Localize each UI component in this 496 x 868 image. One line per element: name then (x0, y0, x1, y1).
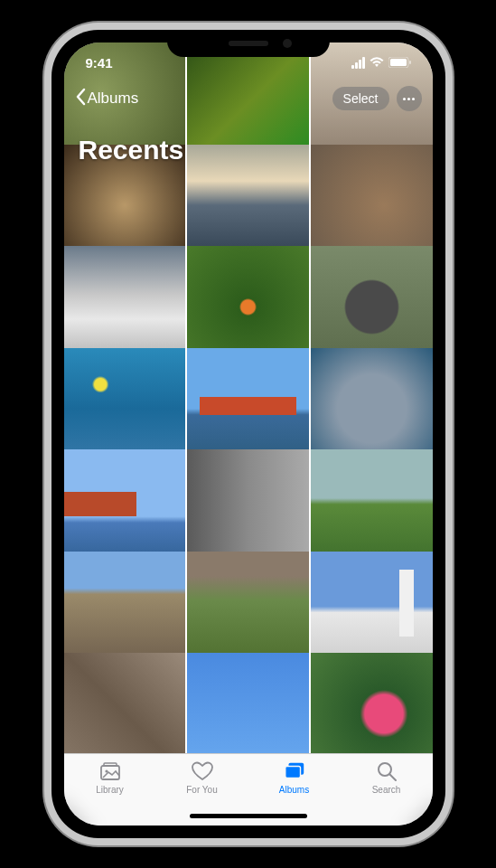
svg-rect-7 (285, 766, 300, 778)
home-indicator[interactable] (190, 814, 307, 818)
chevron-left-icon (75, 88, 86, 110)
foryou-icon (191, 760, 214, 783)
tab-label: Search (372, 785, 401, 795)
status-time: 9:41 (86, 55, 113, 71)
page-title: Recents (79, 135, 184, 165)
select-button[interactable]: Select (332, 87, 389, 110)
photo-thumbnail[interactable] (187, 653, 309, 753)
back-label: Albums (88, 90, 139, 108)
screen: 9:41 Alb (64, 42, 433, 826)
library-icon (98, 760, 122, 783)
svg-rect-2 (409, 61, 411, 64)
more-button[interactable] (397, 86, 422, 111)
svg-rect-4 (104, 763, 117, 766)
tab-label: For You (186, 785, 217, 795)
notch (167, 30, 330, 57)
search-icon (375, 760, 398, 783)
back-button[interactable]: Albums (75, 88, 139, 110)
tab-label: Albums (279, 785, 309, 795)
nav-header: Albums Select (64, 86, 433, 111)
phone-frame: 9:41 Alb (44, 23, 453, 845)
svg-line-9 (389, 774, 396, 780)
photo-thumbnail[interactable] (311, 653, 433, 753)
phone-bezel: 9:41 Alb (51, 30, 445, 838)
wifi-icon (370, 57, 384, 68)
albums-icon (283, 760, 306, 783)
tab-search[interactable]: Search (355, 760, 418, 826)
svg-rect-1 (390, 59, 407, 66)
photo-thumbnail[interactable] (64, 653, 186, 753)
cellular-signal-icon (351, 57, 365, 69)
tab-label: Library (96, 785, 124, 795)
battery-icon (388, 57, 411, 68)
tab-library[interactable]: Library (79, 760, 142, 826)
ellipsis-icon (403, 98, 415, 100)
